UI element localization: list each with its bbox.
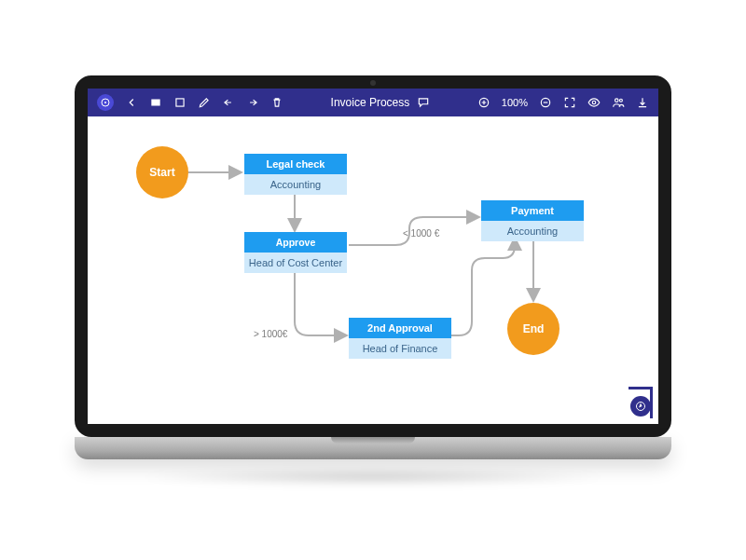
redo-icon[interactable] <box>246 96 259 109</box>
svg-point-7 <box>615 98 619 102</box>
back-icon[interactable] <box>125 96 138 109</box>
visibility-icon[interactable] <box>587 96 601 109</box>
document-title-group: Invoice Process <box>331 96 431 109</box>
node-payment[interactable]: Payment Accounting <box>481 200 584 241</box>
zoom-in-icon[interactable] <box>477 96 490 109</box>
node-start-label: Start <box>149 166 174 179</box>
comment-icon[interactable] <box>417 96 430 109</box>
fullscreen-icon[interactable] <box>563 96 576 109</box>
compass-icon[interactable] <box>630 396 651 417</box>
svg-rect-2 <box>151 99 159 105</box>
node-second-approval[interactable]: 2nd Approval Head of Finance <box>349 318 451 359</box>
node-second-approval-title: 2nd Approval <box>349 318 451 338</box>
svg-point-6 <box>592 101 596 104</box>
node-second-approval-sub: Head of Finance <box>349 338 451 359</box>
edge-label-gt1000: > 1000€ <box>254 329 287 339</box>
node-start[interactable]: Start <box>136 146 188 198</box>
laptop-base <box>75 437 671 459</box>
app-screen: Invoice Process 100% <box>88 89 658 424</box>
laptop-mockup: Invoice Process 100% <box>75 75 671 485</box>
svg-rect-3 <box>176 98 184 105</box>
node-end[interactable]: End <box>507 303 560 355</box>
node-legal-check[interactable]: Legal check Accounting <box>244 154 347 195</box>
zoom-out-icon[interactable] <box>539 96 552 109</box>
svg-point-8 <box>619 99 622 102</box>
toolbar: Invoice Process 100% <box>88 89 658 116</box>
node-legal-check-title: Legal check <box>244 154 347 174</box>
toolbar-left-group <box>125 96 283 109</box>
toolbar-right-group: 100% <box>477 96 649 109</box>
zoom-level: 100% <box>502 97 528 108</box>
download-icon[interactable] <box>636 96 649 109</box>
node-approve-sub: Head of Cost Center <box>244 253 347 273</box>
panel-icon[interactable] <box>149 96 162 109</box>
node-legal-check-sub: Accounting <box>244 174 347 195</box>
node-payment-title: Payment <box>481 200 584 221</box>
node-approve[interactable]: Approve Head of Cost Center <box>244 232 347 273</box>
laptop-shadow <box>134 469 612 485</box>
svg-point-1 <box>104 102 106 103</box>
edge-label-lt1000: < 1000 € <box>403 228 439 239</box>
trash-icon[interactable] <box>270 96 283 109</box>
app-logo-icon[interactable] <box>97 94 114 111</box>
node-approve-title: Approve <box>244 232 347 253</box>
diagram-canvas[interactable]: Start Legal check Accounting Approve Hea… <box>88 116 658 424</box>
camera-dot <box>370 80 376 86</box>
document-title: Invoice Process <box>331 96 410 109</box>
note-icon[interactable] <box>173 96 186 109</box>
node-payment-sub: Accounting <box>481 221 584 241</box>
node-end-label: End <box>523 322 545 335</box>
share-users-icon[interactable] <box>612 96 625 109</box>
undo-icon[interactable] <box>222 96 235 109</box>
edit-icon[interactable] <box>198 96 211 109</box>
screen-frame: Invoice Process 100% <box>75 75 671 437</box>
